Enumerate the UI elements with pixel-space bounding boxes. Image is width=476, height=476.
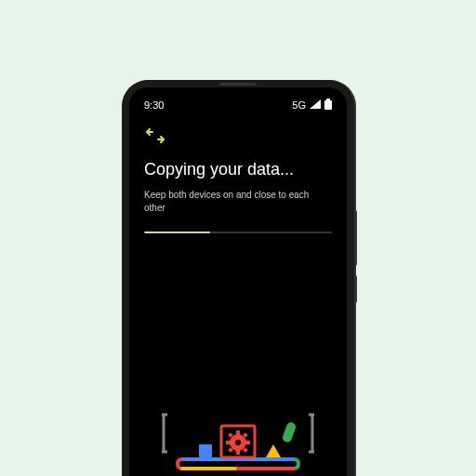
svg-rect-13 <box>199 444 212 457</box>
progress-bar <box>144 231 332 233</box>
phone-speaker <box>219 83 257 86</box>
svg-rect-8 <box>245 441 250 444</box>
svg-rect-1 <box>324 100 332 110</box>
page-subtitle: Keep both devices on and close to each o… <box>144 189 332 215</box>
status-bar: 9:30 5G <box>144 99 332 112</box>
svg-point-4 <box>235 440 241 445</box>
svg-rect-5 <box>236 430 240 435</box>
phone-power-button <box>354 275 357 303</box>
phone-volume-button <box>354 210 357 266</box>
transfer-arrows-icon <box>144 128 332 147</box>
transfer-illustration <box>129 368 347 476</box>
progress-fill <box>144 231 210 233</box>
svg-rect-6 <box>236 450 240 455</box>
status-time: 9:30 <box>144 99 164 111</box>
svg-rect-7 <box>226 441 231 444</box>
svg-rect-0 <box>326 99 330 100</box>
network-label: 5G <box>292 99 306 111</box>
battery-icon <box>324 99 332 112</box>
page-title: Copying your data... <box>144 160 332 179</box>
status-right: 5G <box>292 99 332 112</box>
phone-screen: 9:30 5G <box>129 87 347 476</box>
signal-icon <box>310 99 321 111</box>
phone-device-frame: 9:30 5G <box>122 80 354 476</box>
svg-rect-14 <box>282 421 298 443</box>
